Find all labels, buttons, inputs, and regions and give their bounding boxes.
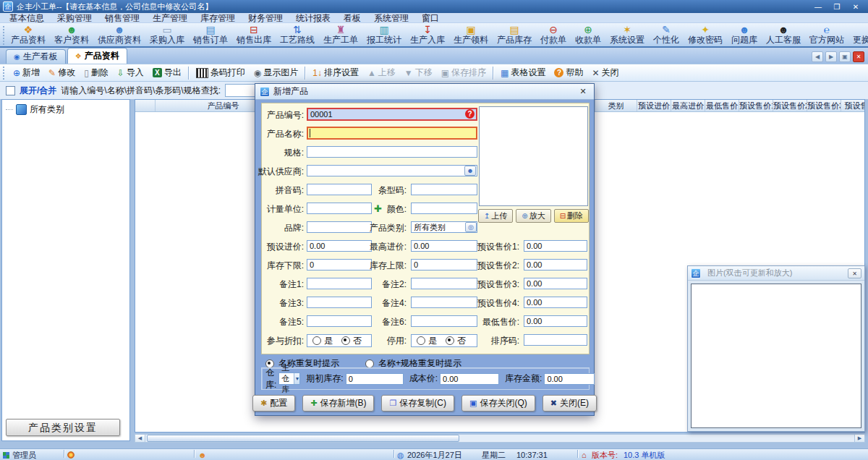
- image-panel-close-icon[interactable]: ✕: [848, 268, 861, 278]
- delete-button[interactable]: ▯删除: [80, 65, 113, 80]
- image-panel-title-bar[interactable]: 企 图片(双击可更新和放大) ✕: [688, 266, 864, 281]
- price3-input[interactable]: [524, 278, 587, 289]
- move-up-button[interactable]: ▲上移: [363, 65, 400, 80]
- toolbar-change-skin-button[interactable]: ▦更换皮肤▾: [848, 24, 868, 46]
- horizontal-scrollbar[interactable]: ◀ ▶: [135, 434, 865, 443]
- save-close-button[interactable]: ▣保存关闭(Q): [461, 395, 535, 412]
- close-icon[interactable]: ✕: [846, 1, 865, 13]
- warehouse-select[interactable]: 主仓库▼: [278, 372, 300, 385]
- note6-input[interactable]: [411, 315, 477, 327]
- column-header-price2[interactable]: 预设售价2: [773, 100, 807, 111]
- toolbar-system-settings-button[interactable]: ✶系统设置: [605, 24, 649, 45]
- toolbar-production-order-button[interactable]: ♜生产工单: [319, 24, 362, 45]
- scrollbar-thumb[interactable]: [147, 435, 459, 442]
- menu-basic-info[interactable]: 基本信息: [3, 13, 51, 23]
- min-price-input[interactable]: [524, 315, 587, 327]
- cost-price-input[interactable]: [440, 373, 499, 385]
- stock-min-input[interactable]: [307, 259, 372, 271]
- column-header-price3[interactable]: 预设售价3: [807, 100, 841, 111]
- maximize-icon[interactable]: ❐: [827, 1, 846, 13]
- save-sort-button[interactable]: ▣保存排序: [437, 65, 490, 80]
- default-supplier-input[interactable]: [307, 165, 477, 176]
- product-image-box[interactable]: [479, 106, 588, 206]
- price2-input[interactable]: [524, 259, 587, 271]
- barcode-input[interactable]: [411, 184, 477, 195]
- product-name-input[interactable]: [307, 127, 477, 140]
- note4-input[interactable]: [411, 297, 477, 308]
- toolbar-customer-data-button[interactable]: ☻客户资料: [50, 24, 93, 45]
- add-button[interactable]: ⊕新增: [9, 65, 44, 80]
- help-button[interactable]: ?帮助: [550, 65, 587, 80]
- max-cost-input[interactable]: [411, 240, 477, 252]
- tab-scroll-right-icon[interactable]: ▶: [825, 51, 837, 62]
- tab-scroll-left-icon[interactable]: ◀: [812, 51, 823, 62]
- tree-node-all-categories[interactable]: 所有类别: [2, 100, 129, 116]
- name-spec-dup-radio[interactable]: [365, 359, 374, 368]
- tab-list-icon[interactable]: ▣: [839, 51, 851, 62]
- unit-input[interactable]: [307, 203, 372, 214]
- toolbar-customer-service-button[interactable]: ☻人工客服: [762, 24, 805, 45]
- column-header-price4[interactable]: 预设售价4: [841, 100, 865, 111]
- discount-yes-radio[interactable]: [312, 336, 321, 345]
- toolbar-question-bank-button[interactable]: ☻问题库: [727, 24, 762, 45]
- toolbar-payment-button[interactable]: ⊖付款单: [536, 24, 571, 45]
- config-button[interactable]: ✱配置: [252, 395, 295, 412]
- close-view-button[interactable]: ✕关闭: [587, 65, 623, 80]
- note5-input[interactable]: [307, 315, 372, 327]
- tab-close-icon[interactable]: ✕: [853, 51, 864, 62]
- menu-report[interactable]: 统计报表: [289, 13, 337, 23]
- stop-yes-radio[interactable]: [417, 336, 425, 345]
- toolbar-sales-order-button[interactable]: ▤销售订单: [189, 24, 232, 45]
- tab-production-kanban[interactable]: ◉生产看板: [6, 49, 66, 64]
- stop-no-radio[interactable]: [446, 336, 454, 345]
- toolbar-material-out-button[interactable]: ▣生产领料: [449, 24, 493, 45]
- price1-input[interactable]: [524, 240, 587, 252]
- zoom-image-button[interactable]: ⊕放大: [516, 209, 550, 223]
- category-settings-button[interactable]: 产品类别设置: [6, 419, 120, 436]
- barcode-print-button[interactable]: 条码打印: [192, 65, 250, 80]
- menu-kanban[interactable]: 看板: [337, 13, 367, 23]
- toolbar-receipt-button[interactable]: ⊕收款单: [571, 24, 605, 45]
- toolbar-sales-out-button[interactable]: ⊟销售出库: [232, 24, 276, 45]
- save-new-button[interactable]: ✚保存新增(B): [302, 395, 374, 412]
- menu-system[interactable]: 系统管理: [367, 13, 415, 23]
- supplier-picker-icon[interactable]: ☻: [464, 166, 476, 176]
- preset-cost-input[interactable]: [307, 240, 372, 252]
- import-button[interactable]: ⇩导入: [113, 65, 148, 80]
- column-header-indicator[interactable]: [135, 100, 156, 111]
- toolbar-product-data-button[interactable]: ❖产品资料: [7, 24, 50, 45]
- vip-badge-icon[interactable]: [67, 451, 75, 459]
- stock-max-input[interactable]: [411, 259, 477, 271]
- menu-purchase[interactable]: 采购管理: [51, 13, 98, 23]
- init-stock-input[interactable]: [346, 373, 404, 385]
- toolbar-process-route-button[interactable]: ⇅工艺路线: [276, 24, 319, 45]
- edit-button[interactable]: ✎修改: [44, 65, 80, 80]
- column-header-preset-cost[interactable]: 预设进价: [637, 100, 671, 111]
- toolbar-purchase-in-button[interactable]: ▭采购入库: [145, 24, 189, 45]
- toolbar-product-stock-button[interactable]: ▤产品库存: [493, 24, 536, 45]
- menu-sales[interactable]: 销售管理: [98, 13, 146, 23]
- add-unit-icon[interactable]: ✚: [374, 204, 382, 214]
- delete-image-button[interactable]: ⊟删除: [554, 209, 589, 223]
- column-header-category[interactable]: 类别: [595, 100, 637, 111]
- dialog-close-icon[interactable]: ✕: [576, 87, 590, 96]
- discount-no-radio[interactable]: [341, 336, 350, 345]
- category-browse-icon[interactable]: ◎: [465, 222, 477, 232]
- toolbar-work-report-button[interactable]: ▥报工统计: [362, 24, 406, 45]
- table-settings-button[interactable]: ▦表格设置: [496, 65, 550, 80]
- move-down-button[interactable]: ▼下移: [400, 65, 437, 80]
- toolbar-change-password-button[interactable]: ✦修改密码: [684, 24, 727, 45]
- toolbar-official-site-button[interactable]: ℮官方网站: [805, 24, 848, 45]
- export-button[interactable]: X导出: [148, 65, 186, 80]
- note1-input[interactable]: [307, 278, 372, 289]
- minimize-icon[interactable]: —: [809, 1, 827, 13]
- toolbar-production-in-button[interactable]: ↧生产入库: [406, 24, 449, 45]
- price4-input[interactable]: [524, 297, 587, 308]
- toolbar-supplier-data-button[interactable]: ☻供应商资料: [93, 24, 145, 45]
- toolbar-personalize-button[interactable]: ✎个性化: [649, 24, 684, 45]
- person-icon[interactable]: ☻: [198, 450, 207, 460]
- save-copy-button[interactable]: ❐保存复制(C): [381, 395, 454, 412]
- note3-input[interactable]: [307, 297, 372, 308]
- menu-inventory[interactable]: 库存管理: [194, 13, 242, 23]
- dialog-cancel-button[interactable]: ✖关闭(E): [542, 395, 597, 412]
